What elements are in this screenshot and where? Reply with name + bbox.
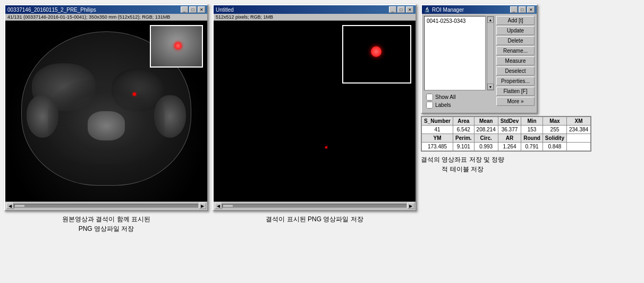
cell-area: 6.542 xyxy=(453,126,474,134)
cell-solidity-val: 0.848 xyxy=(543,143,566,151)
black-inset-stone xyxy=(371,46,382,57)
roi-titlebar: 🔬 ROI Manager _ □ ✕ xyxy=(422,5,537,14)
window-black: Untitled _ □ ✕ 512x512 pixels; RGB; 1MB … xyxy=(213,4,417,211)
zoom-inset-bg xyxy=(151,26,202,66)
scrollbar-1[interactable]: ◀ ▶ xyxy=(5,202,207,210)
stone-marker-main xyxy=(133,93,136,96)
black-inset xyxy=(342,25,411,84)
delete-btn[interactable]: Delete xyxy=(496,36,535,45)
col-perim: Perim. xyxy=(453,134,474,143)
zoom-inset xyxy=(150,25,203,68)
properties-btn[interactable]: Properties... xyxy=(496,77,535,86)
cell-ar-val: 1.264 xyxy=(498,143,521,151)
measurements-table: S_Number Area Mean StdDev Min Max XM 41 … xyxy=(421,116,591,151)
black-image xyxy=(214,21,416,202)
show-all-checkbox[interactable] xyxy=(426,94,433,101)
caption-panel1: 원본영상과 결석이 함께 표시된 PNG 영상파일 저장 xyxy=(62,214,150,234)
ct-intestines xyxy=(48,79,165,164)
col-solidity: Solidity xyxy=(543,134,566,143)
panel3: 🔬 ROI Manager _ □ ✕ 0041-0253-0343 ▲ xyxy=(421,4,591,174)
minimize-btn-1[interactable]: _ xyxy=(181,6,188,13)
ct-image xyxy=(5,21,207,202)
title-ct-original: 00337146_20160115_2_PRE_Philips xyxy=(7,7,96,13)
show-all-label: Show All xyxy=(435,94,455,100)
titlebar-ct-original: 00337146_20160115_2_PRE_Philips _ □ ✕ xyxy=(5,5,207,14)
roi-icon: 🔬 xyxy=(424,7,430,12)
close-btn-1[interactable]: ✕ xyxy=(198,6,205,13)
close-btn-2[interactable]: ✕ xyxy=(406,6,413,13)
flatten-btn[interactable]: Flatten [F] xyxy=(496,87,535,96)
roi-list-scrollbar: ▲ ▼ xyxy=(487,16,494,90)
col-ar: AR xyxy=(498,134,521,143)
status-black: 512x512 pixels; RGB; 1MB xyxy=(214,14,416,21)
add-btn[interactable]: Add [t] xyxy=(496,16,535,25)
roi-scroll-down[interactable]: ▼ xyxy=(487,84,494,90)
small-stone-dot xyxy=(325,146,327,148)
zoom-stone xyxy=(174,42,182,49)
labels-checkbox[interactable] xyxy=(426,102,433,109)
more-btn[interactable]: More » xyxy=(496,97,535,106)
scroll-track-2[interactable] xyxy=(222,204,407,208)
scroll-thumb-1 xyxy=(14,204,25,207)
scroll-thumb-2 xyxy=(223,204,233,207)
scroll-left-2[interactable]: ◀ xyxy=(215,203,222,209)
minimize-btn-2[interactable]: _ xyxy=(389,6,396,13)
roi-title: ROI Manager xyxy=(432,7,464,13)
roi-button-panel: Add [t] Update Delete Rename... Measure … xyxy=(496,16,535,111)
col-stddev: StdDev xyxy=(498,117,521,126)
col-xm: XM xyxy=(566,117,590,126)
cell-round-val: 0.791 xyxy=(521,143,543,151)
col-min: Min xyxy=(521,117,543,126)
window-ct-original: 00337146_20160115_2_PRE_Philips _ □ ✕ 41… xyxy=(4,4,208,211)
cell-empty2 xyxy=(566,143,590,151)
cell-xm: 234.384 xyxy=(566,126,590,134)
cell-empty xyxy=(566,134,590,143)
maximize-btn-2[interactable]: □ xyxy=(397,6,405,13)
roi-list[interactable]: 0041-0253-0343 xyxy=(424,16,486,90)
scroll-track-1[interactable] xyxy=(14,204,199,208)
roi-maximize-btn[interactable]: □ xyxy=(519,6,526,13)
update-btn[interactable]: Update xyxy=(496,26,535,35)
col-area: Area xyxy=(453,117,474,126)
col-circ: Circ. xyxy=(474,134,498,143)
cell-min: 153 xyxy=(521,126,543,134)
cell-snumber: 41 xyxy=(422,126,453,134)
headers-row2: YM Perim. Circ. AR Round Solidity xyxy=(422,134,591,143)
roi-minimize-btn[interactable]: _ xyxy=(510,6,518,13)
roi-close-btn[interactable]: ✕ xyxy=(527,6,535,13)
data-table-container: S_Number Area Mean StdDev Min Max XM 41 … xyxy=(421,116,591,152)
scroll-right-2[interactable]: ▶ xyxy=(407,203,414,209)
data-row2: 173.485 9.101 0.993 1.264 0.791 0.848 xyxy=(422,143,591,151)
deselect-btn[interactable]: Deselect xyxy=(496,66,535,76)
col-snumber: S_Number xyxy=(422,117,453,126)
roi-list-item[interactable]: 0041-0253-0343 xyxy=(426,18,484,24)
cell-mean: 208.214 xyxy=(474,126,498,134)
panel1: 00337146_20160115_2_PRE_Philips _ □ ✕ 41… xyxy=(4,4,208,234)
labels-row: Labels xyxy=(426,102,492,109)
status-ct-original: 41/131 (00337146-2016-01-15-0041); 350x3… xyxy=(5,14,207,21)
roi-checkboxes: Show All Labels xyxy=(424,91,494,111)
roi-window-controls: _ □ ✕ xyxy=(510,6,535,13)
cell-perim: 9.101 xyxy=(453,143,474,151)
scroll-right-1[interactable]: ▶ xyxy=(199,203,206,209)
roi-body: 0041-0253-0343 ▲ ▼ Show All L xyxy=(422,14,537,113)
caption-panel3: 결석의 영상좌표 저장 및 정량 적 테이블 저장 xyxy=(421,155,504,174)
panel2: Untitled _ □ ✕ 512x512 pixels; RGB; 1MB … xyxy=(213,4,417,224)
roi-scroll-up[interactable]: ▲ xyxy=(487,16,494,23)
scrollbar-2[interactable]: ◀ ▶ xyxy=(214,202,416,210)
roi-manager-window: 🔬 ROI Manager _ □ ✕ 0041-0253-0343 ▲ xyxy=(421,4,538,114)
col-round: Round xyxy=(521,134,543,143)
window-controls-1: _ □ ✕ xyxy=(181,6,205,13)
show-all-row: Show All xyxy=(426,94,492,101)
cell-ym: 173.485 xyxy=(422,143,453,151)
measure-btn[interactable]: Measure xyxy=(496,56,535,65)
maximize-btn-1[interactable]: □ xyxy=(189,6,197,13)
rename-btn[interactable]: Rename... xyxy=(496,46,535,55)
window-controls-2: _ □ ✕ xyxy=(389,6,413,13)
title-black: Untitled xyxy=(216,7,234,13)
cell-circ: 0.993 xyxy=(474,143,498,151)
scroll-left-1[interactable]: ◀ xyxy=(6,203,14,209)
content-ct-original xyxy=(5,21,207,202)
col-max: Max xyxy=(543,117,566,126)
data-row1: 41 6.542 208.214 36.377 153 255 234.384 xyxy=(422,126,591,134)
